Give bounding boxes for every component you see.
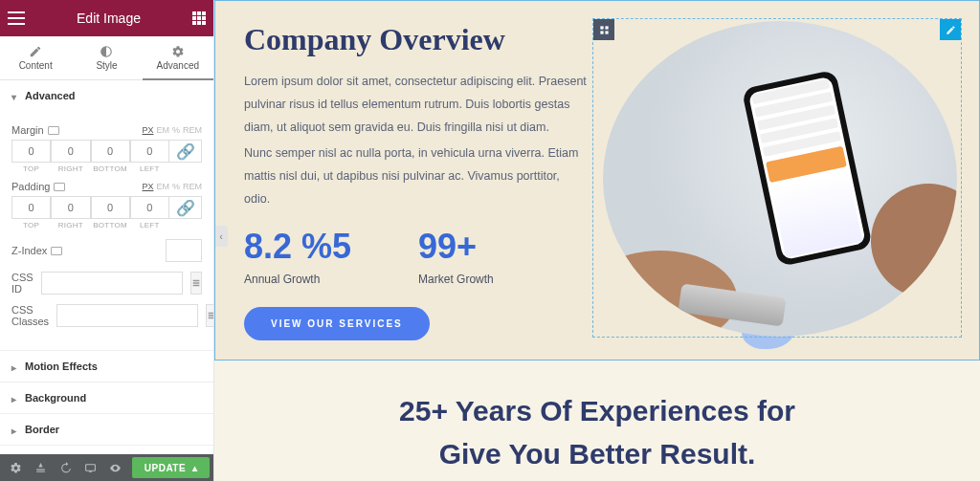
cssid-dynamic-icon[interactable]	[190, 272, 202, 295]
zindex-label: Z-Index	[11, 245, 158, 256]
stat-annual-growth: 8.2 %5 Annual Growth	[244, 227, 351, 286]
style-icon	[100, 45, 113, 58]
section-experience[interactable]: 25+ Years Of Experiences forGive You Bet…	[214, 361, 980, 482]
update-button[interactable]: UPDATE ▴	[132, 457, 210, 478]
tab-advanced[interactable]: Advanced	[143, 36, 213, 80]
accordion-advanced[interactable]: Advanced	[0, 80, 213, 111]
accordion-background[interactable]: Background	[0, 383, 213, 413]
margin-right-input[interactable]	[51, 140, 90, 163]
margin-inputs: TOP RIGHT BOTTOM LEFT 🔗	[11, 140, 202, 173]
overview-paragraph-1: Lorem ipsum dolor sit amet, consectetur …	[244, 71, 589, 139]
image-widget-selected[interactable]	[592, 18, 962, 338]
cssclasses-dynamic-icon[interactable]	[206, 304, 213, 327]
device-icon[interactable]	[48, 126, 59, 135]
view-services-button[interactable]: VIEW OUR SERVICES	[244, 307, 430, 340]
section-overview[interactable]: Company Overview Lorem ipsum dolor sit a…	[214, 0, 980, 361]
padding-inputs: TOP RIGHT BOTTOM LEFT 🔗	[11, 196, 202, 230]
margin-top-input[interactable]	[11, 140, 51, 163]
margin-units[interactable]: PXEM%REM	[142, 125, 202, 135]
accordion-border[interactable]: Border	[0, 414, 213, 445]
preview-canvas[interactable]: ‹ Company Overview Lorem ipsum dolor sit…	[214, 0, 980, 481]
margin-label: Margin	[11, 124, 59, 136]
cssid-input[interactable]	[41, 272, 183, 295]
svg-rect-6	[605, 31, 608, 33]
menu-icon[interactable]	[8, 11, 25, 25]
sidebar-footer: UPDATE ▴	[0, 454, 213, 481]
stat-market-growth: 99+ Market Growth	[418, 227, 494, 286]
sidebar-header: Edit Image	[0, 0, 213, 36]
sidebar-title: Edit Image	[25, 11, 192, 26]
widget-edit-icon[interactable]	[940, 19, 961, 40]
cssclasses-label: CSS Classes	[11, 304, 49, 327]
padding-bottom-input[interactable]	[91, 196, 130, 219]
tab-content[interactable]: Content	[0, 36, 71, 80]
gear-icon	[171, 45, 185, 58]
padding-units[interactable]: PXEM%REM	[142, 182, 202, 191]
stat-2-value: 99+	[418, 227, 494, 267]
cssid-label: CSS ID	[11, 272, 33, 295]
stat-1-label: Annual Growth	[244, 273, 351, 286]
history-icon[interactable]	[54, 457, 77, 478]
editor-sidebar: Edit Image Content Style Advanced Advanc…	[0, 0, 214, 481]
controls-panel: Advanced Margin PXEM%REM TOP RIGHT BOTTO…	[0, 80, 213, 454]
margin-left-input[interactable]	[130, 140, 169, 163]
padding-top-input[interactable]	[11, 196, 51, 219]
preview-icon[interactable]	[103, 457, 126, 478]
svg-rect-3	[600, 26, 603, 29]
experience-heading: 25+ Years Of Experiences forGive You Bet…	[243, 389, 951, 475]
overview-paragraph-2: Nunc semper nisl ac nulla porta, in vehi…	[244, 142, 589, 210]
sidebar-tabs: Content Style Advanced	[0, 36, 213, 80]
device-icon[interactable]	[54, 183, 65, 191]
tab-style-label: Style	[96, 60, 117, 71]
responsive-icon[interactable]	[78, 457, 101, 478]
padding-right-input[interactable]	[51, 196, 90, 219]
accordion-advanced-label: Advanced	[25, 90, 76, 101]
padding-link-icon[interactable]: 🔗	[169, 196, 202, 219]
margin-bottom-input[interactable]	[91, 140, 130, 163]
tab-advanced-label: Advanced	[157, 60, 199, 71]
margin-link-icon[interactable]: 🔗	[169, 140, 202, 163]
pencil-icon	[29, 45, 42, 58]
widget-handle-icon[interactable]	[593, 19, 614, 40]
tab-content-label: Content	[19, 60, 53, 71]
accordion-motion-effects[interactable]: Motion Effects	[0, 351, 213, 382]
cssclasses-input[interactable]	[56, 304, 198, 327]
stat-1-value: 8.2 %5	[244, 227, 351, 267]
zindex-input[interactable]	[166, 239, 202, 262]
widgets-icon[interactable]	[192, 11, 206, 25]
stat-2-label: Market Growth	[418, 273, 494, 286]
svg-rect-4	[605, 26, 608, 29]
device-icon[interactable]	[51, 247, 62, 255]
hero-image	[603, 21, 957, 337]
svg-rect-5	[600, 31, 603, 33]
padding-label: Padding	[11, 181, 65, 192]
tab-style[interactable]: Style	[71, 36, 142, 80]
accordion-positioning[interactable]: Positioning	[0, 446, 213, 454]
settings-icon[interactable]	[4, 457, 27, 478]
padding-left-input[interactable]	[130, 196, 169, 219]
navigator-icon[interactable]	[29, 457, 52, 478]
svg-rect-2	[88, 470, 91, 471]
svg-rect-1	[85, 464, 95, 470]
